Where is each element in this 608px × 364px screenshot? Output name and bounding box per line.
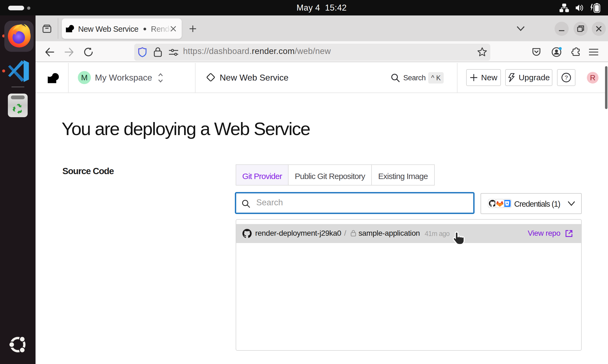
svg-text:?: ? — [565, 74, 568, 81]
